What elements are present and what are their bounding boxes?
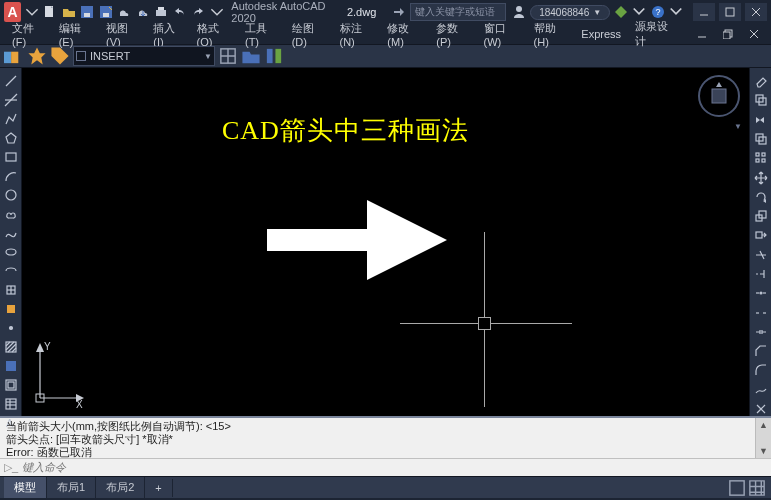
menu-window[interactable]: 窗口(W) [478, 19, 526, 50]
blend-tool[interactable] [752, 383, 770, 397]
insert-star-icon[interactable] [27, 46, 47, 66]
polygon-tool[interactable] [2, 131, 20, 145]
table-tool[interactable] [2, 397, 20, 411]
svg-rect-58 [762, 153, 765, 156]
join-tool[interactable] [752, 325, 770, 339]
user-account[interactable]: 184068846▼ [530, 5, 610, 20]
arc-tool[interactable] [2, 169, 20, 183]
drawing-text-heading: CAD箭头中三种画法 [222, 113, 469, 148]
circle-tool[interactable] [2, 188, 20, 202]
menu-modify[interactable]: 修改(M) [381, 19, 428, 50]
minimize-button[interactable] [693, 3, 715, 21]
svg-rect-15 [723, 32, 730, 39]
command-input-row[interactable]: ▷_ 键入命令 [0, 458, 771, 476]
menu-edit[interactable]: 编辑(E) [53, 19, 98, 50]
doc-close-button[interactable] [743, 25, 765, 43]
svg-point-33 [9, 327, 12, 330]
status-grid-icon[interactable] [747, 478, 767, 498]
tool-palette-icon[interactable] [264, 46, 284, 66]
menu-tools[interactable]: 工具(T) [239, 19, 284, 50]
construction-line-tool[interactable] [2, 93, 20, 107]
trim-tool[interactable] [752, 248, 770, 262]
menu-file[interactable]: 文件(F) [6, 19, 51, 50]
tab-layout2[interactable]: 布局2 [96, 477, 145, 498]
svg-point-28 [6, 249, 16, 255]
menu-yuanquan[interactable]: 源泉设计 [629, 17, 681, 51]
gradient-tool[interactable] [2, 359, 20, 373]
menu-draw[interactable]: 绘图(D) [286, 19, 332, 50]
region-tool[interactable] [2, 378, 20, 392]
spline-tool[interactable] [2, 226, 20, 240]
svg-rect-20 [267, 49, 273, 63]
maximize-button[interactable] [719, 3, 741, 21]
viewcube[interactable] [697, 74, 741, 118]
ellipse-arc-tool[interactable] [2, 264, 20, 278]
fillet-tool[interactable] [752, 363, 770, 377]
move-tool[interactable] [752, 170, 770, 184]
insert-block-icon[interactable] [4, 46, 24, 66]
break-tool[interactable] [752, 305, 770, 319]
tab-add[interactable]: + [145, 479, 172, 497]
doc-minimize-button[interactable] [691, 25, 713, 43]
combo-dropdown-icon[interactable]: ▼ [204, 52, 212, 61]
command-history[interactable]: 当前箭头大小(mm,按图纸比例自动调节): <15> 箭头尖点: [回车改箭头尺… [0, 418, 771, 458]
a360-icon[interactable] [613, 3, 628, 21]
attach-xref-icon[interactable] [218, 46, 238, 66]
explode-tool[interactable] [752, 402, 770, 416]
doc-restore-button[interactable] [717, 25, 739, 43]
arrow-graphic [267, 200, 447, 280]
block-name-combo[interactable]: ▼ [73, 46, 215, 66]
break-at-point-tool[interactable] [752, 286, 770, 300]
svg-marker-25 [6, 133, 16, 143]
close-button[interactable] [745, 3, 767, 21]
erase-tool[interactable] [752, 74, 770, 88]
rectangle-tool[interactable] [2, 150, 20, 164]
menu-express[interactable]: Express [575, 26, 627, 42]
status-model-icon[interactable] [727, 478, 747, 498]
make-block-tool[interactable] [2, 302, 20, 316]
navbar[interactable]: ▼ [729, 122, 747, 131]
svg-rect-38 [6, 399, 16, 409]
ellipse-tool[interactable] [2, 245, 20, 259]
ucs-x-label: X [76, 399, 83, 408]
polyline-tool[interactable] [2, 112, 20, 126]
menu-parametric[interactable]: 参数(P) [430, 19, 475, 50]
copy-tool[interactable] [752, 93, 770, 107]
design-center-icon[interactable] [241, 46, 261, 66]
mirror-tool[interactable] [752, 113, 770, 127]
scale-tool[interactable] [752, 209, 770, 223]
block-name-input[interactable] [90, 50, 200, 62]
stretch-tool[interactable] [752, 228, 770, 242]
tab-layout1[interactable]: 布局1 [47, 477, 96, 498]
insert-tag-icon[interactable] [50, 46, 70, 66]
point-tool[interactable] [2, 321, 20, 335]
insert-block-tool[interactable] [2, 283, 20, 297]
drawing-canvas[interactable]: CAD箭头中三种画法 Y X ▼ [22, 68, 749, 416]
menu-help[interactable]: 帮助(H) [528, 19, 574, 50]
svg-rect-16 [4, 52, 11, 63]
command-scrollbar[interactable]: ▲ ▼ [755, 418, 771, 458]
revision-cloud-tool[interactable] [2, 207, 20, 221]
search-placeholder: 键入关键字或短语 [415, 5, 495, 19]
menu-insert[interactable]: 插入(I) [147, 19, 188, 50]
svg-rect-32 [7, 305, 15, 313]
tab-model[interactable]: 模型 [4, 477, 47, 498]
hatch-tool[interactable] [2, 340, 20, 354]
offset-tool[interactable] [752, 132, 770, 146]
svg-rect-64 [756, 232, 762, 238]
chamfer-tool[interactable] [752, 344, 770, 358]
navbar-dropdown-icon[interactable]: ▼ [734, 122, 742, 131]
extend-tool[interactable] [752, 267, 770, 281]
menu-view[interactable]: 视图(V) [100, 19, 145, 50]
command-chevron-icon: ▷_ [4, 461, 18, 474]
command-line-1: 当前箭头大小(mm,按图纸比例自动调节): <15> [6, 420, 751, 433]
array-tool[interactable] [752, 151, 770, 165]
line-tool[interactable] [2, 74, 20, 88]
menu-format[interactable]: 格式(O) [191, 19, 237, 50]
scroll-up-icon[interactable]: ▲ [757, 418, 771, 432]
layout-tabs: 模型 布局1 布局2 + [0, 476, 771, 498]
workarea: A CAD箭头中三种画法 Y X ▼ [0, 68, 771, 416]
menu-dimension[interactable]: 标注(N) [334, 19, 380, 50]
scroll-down-icon[interactable]: ▼ [757, 444, 771, 458]
rotate-tool[interactable] [752, 190, 770, 204]
